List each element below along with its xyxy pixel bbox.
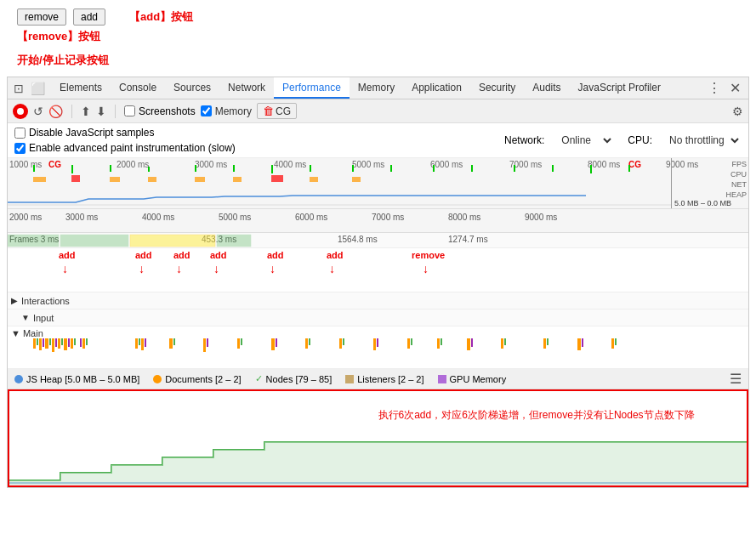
svg-rect-33 [45, 338, 48, 349]
memory-checkbox[interactable] [201, 105, 212, 116]
remove-button[interactable]: remove [17, 9, 66, 26]
screenshots-checkbox-label[interactable]: Screenshots [124, 105, 196, 117]
svg-rect-47 [139, 338, 140, 345]
r2-3000: 3000 ms [65, 213, 98, 222]
device-icon[interactable]: ⬜ [28, 82, 48, 95]
tab-sources[interactable]: Sources [165, 77, 219, 99]
svg-rect-39 [64, 338, 67, 350]
svg-rect-27 [130, 235, 215, 247]
ann-add1: add [59, 250, 76, 260]
cpu-area [8, 175, 671, 184]
svg-rect-17 [71, 175, 80, 182]
svg-rect-75 [582, 338, 583, 347]
tab-close-icon[interactable]: ✕ [725, 80, 745, 96]
svg-rect-59 [309, 338, 310, 345]
svg-rect-44 [82, 338, 85, 349]
svg-rect-60 [339, 338, 342, 349]
svg-rect-41 [71, 338, 73, 349]
arrow-remove: ↓ [423, 262, 429, 275]
svg-rect-30 [37, 338, 38, 345]
cpu-select[interactable]: No throttling 4x slowdown 6x slowdown [666, 133, 742, 147]
tab-audits[interactable]: Audits [524, 77, 569, 99]
svg-rect-29 [33, 338, 36, 349]
svg-rect-54 [237, 338, 240, 349]
memory-checkbox-label[interactable]: Memory [201, 105, 252, 117]
tab-js-profiler[interactable]: JavaScript Profiler [570, 77, 669, 99]
input-label: Input [33, 313, 54, 323]
tab-network[interactable]: Network [219, 77, 274, 99]
frame-bars-svg [8, 233, 748, 247]
heap-range: 5.0 MB – 0.0 MB [674, 199, 731, 207]
tab-elements[interactable]: Elements [51, 77, 111, 99]
record-button[interactable] [13, 104, 28, 119]
disable-js-checkbox[interactable] [14, 128, 26, 139]
ann-add3: add [173, 250, 190, 260]
legend-menu-icon[interactable]: ☰ [730, 371, 742, 387]
svg-rect-23 [310, 177, 318, 182]
download-icon[interactable]: ⬇ [96, 105, 106, 118]
svg-rect-26 [60, 235, 128, 247]
remove-annotation: 【remove】按钮 [17, 30, 100, 43]
toolbar-sep2 [115, 105, 116, 118]
main-bars [33, 338, 730, 369]
gear-icon[interactable]: ⚙ [732, 105, 743, 118]
tab-console[interactable]: Console [111, 77, 165, 99]
annotations-row: add add add add add add remove ↓ ↓ ↓ ↓ ↓… [8, 248, 748, 292]
svg-rect-2 [110, 165, 111, 172]
enable-paint-text: Enable advanced paint instrumentation (s… [29, 142, 236, 154]
tab-menu-icon[interactable]: ⋮ [703, 80, 725, 96]
upload-icon[interactable]: ⬆ [81, 105, 91, 118]
clear-icon[interactable]: 🚫 [48, 105, 63, 118]
svg-rect-73 [547, 338, 549, 345]
svg-rect-7 [310, 165, 311, 172]
svg-rect-45 [86, 338, 88, 345]
cg-button[interactable]: 🗑 CG [257, 103, 297, 119]
svg-rect-61 [343, 338, 344, 345]
top-section: remove add ↙ 【add】按钮 【remove】按钮 开始/停止记录按… [0, 0, 756, 77]
svg-rect-20 [195, 177, 205, 182]
refresh-icon[interactable]: ↺ [33, 105, 43, 118]
r2-2000: 2000 ms [9, 213, 42, 222]
trash-icon: 🗑 [263, 105, 274, 117]
tab-memory[interactable]: Memory [350, 77, 403, 99]
enable-paint-label[interactable]: Enable advanced paint instrumentation (s… [14, 142, 236, 154]
svg-rect-76 [611, 338, 614, 349]
inspect-icon[interactable]: ⊡ [11, 82, 26, 95]
main-track: ▼ Main [8, 326, 748, 369]
legend-nodes: ✓ Nodes [79 – 85] [255, 373, 333, 384]
perf-toolbar: ↺ 🚫 ⬆ ⬇ Screenshots Memory 🗑 CG ⚙ [8, 99, 748, 123]
svg-rect-37 [58, 338, 60, 349]
disable-js-label[interactable]: Disable JavaScript samples [14, 127, 236, 139]
svg-rect-16 [33, 177, 46, 182]
svg-rect-0 [33, 165, 35, 172]
ann-add6: add [327, 250, 344, 260]
tab-performance[interactable]: Performance [274, 77, 350, 99]
svg-rect-64 [407, 338, 410, 349]
devtools-panel: ⊡ ⬜ Elements Console Sources Network Per… [7, 77, 749, 488]
enable-paint-checkbox[interactable] [14, 143, 26, 154]
interactions-triangle[interactable]: ▶ [11, 296, 18, 305]
svg-rect-8 [352, 165, 354, 172]
legend-dot-listeners [345, 375, 354, 383]
r2-4000: 4000 ms [142, 213, 174, 222]
memory-label-text: Memory [215, 105, 252, 117]
screenshots-label: Screenshots [139, 105, 196, 117]
svg-rect-71 [504, 338, 506, 345]
tab-application[interactable]: Application [403, 77, 470, 99]
legend-check-nodes: ✓ [255, 373, 263, 384]
svg-rect-43 [80, 338, 82, 347]
legend-js-heap: JS Heap [5.0 MB – 5.0 MB] [14, 374, 139, 384]
legend-listeners-label: Listeners [2 – 2] [357, 374, 423, 384]
tab-security[interactable]: Security [470, 77, 524, 99]
graph-annotation: 执行6次add，对应6次阶梯递增，但remove并没有让Nodes节点数下降 [378, 408, 695, 423]
r2-9000: 9000 ms [525, 213, 557, 222]
svg-rect-22 [271, 175, 283, 182]
add-button[interactable]: add [73, 9, 105, 26]
network-select[interactable]: Online Fast 3G Slow 3G Offline [558, 133, 614, 147]
screenshots-checkbox[interactable] [124, 105, 135, 116]
timeline-ruler2: 2000 ms 3000 ms 4000 ms 5000 ms 6000 ms … [8, 209, 748, 233]
interactions-section: ▶ Interactions [8, 292, 748, 309]
options-row: Disable JavaScript samples Enable advanc… [8, 123, 748, 158]
legend-dot-gpu [438, 375, 446, 383]
input-triangle[interactable]: ▼ [21, 313, 30, 322]
